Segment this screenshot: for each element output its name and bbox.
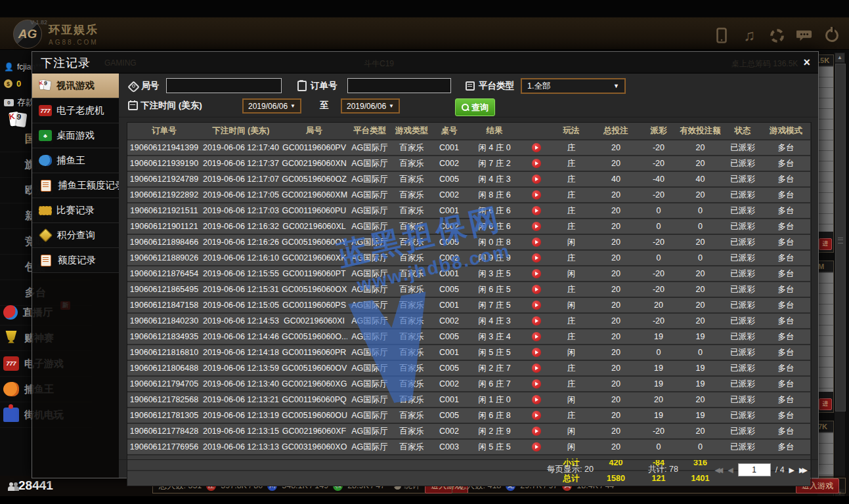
table-header-row: 订单号 下注时间 (美东) 局号 平台类型 游戏类型 桌号 结果 玩法 总投注 … bbox=[127, 123, 810, 140]
tag-icon bbox=[127, 81, 139, 93]
col-platform: 平台类型 bbox=[347, 123, 392, 140]
play-video-icon[interactable] bbox=[532, 190, 541, 200]
platform-select[interactable]: 1.全部 ▼ bbox=[521, 78, 626, 94]
play-video-icon[interactable] bbox=[532, 411, 541, 420]
date-from-dropdown[interactable]: 2019/06/06 ▼ bbox=[242, 98, 301, 114]
scrollbar-thumb[interactable] bbox=[835, 64, 846, 411]
user-icon: 👤 bbox=[4, 62, 14, 72]
modal-title: 下注记录 bbox=[41, 55, 91, 71]
table-row[interactable]: 1906061217825682019-06-06 12:13:21GC0011… bbox=[127, 392, 810, 408]
table-row[interactable]: 1906061219247892019-06-06 12:17:07GC0051… bbox=[127, 171, 810, 187]
table-row[interactable]: 1906061219011212019-06-06 12:16:32GC0021… bbox=[127, 219, 810, 234]
faint-chips-text: 桌上总筹码 136.5K bbox=[731, 58, 798, 70]
lobby-table-card[interactable]: .5K进 bbox=[817, 54, 834, 253]
scroll-up-icon[interactable]: ▲ bbox=[835, 53, 844, 62]
first-page-button[interactable]: ◀◀ bbox=[714, 466, 723, 474]
fish-icon bbox=[3, 382, 19, 396]
last-page-button[interactable]: ▶▶ bbox=[799, 466, 808, 474]
play-video-icon[interactable] bbox=[532, 348, 541, 357]
col-table: 桌号 bbox=[431, 123, 467, 140]
gem-icon bbox=[39, 228, 53, 242]
sidebar-item-doc[interactable]: 捕鱼王额度记录 bbox=[32, 173, 119, 198]
power-icon[interactable] bbox=[824, 28, 840, 43]
table-row[interactable]: 1906061217784282019-06-06 12:13:15GC0021… bbox=[127, 423, 810, 439]
order-filter-label: 订单号 bbox=[311, 80, 337, 92]
next-page-button[interactable]: ▶ bbox=[789, 466, 795, 474]
pagination-bar: 每页显示: 20 共计: 78 ◀◀ ◀ / 4 ▶ ▶▶ bbox=[119, 459, 818, 478]
play-video-icon[interactable] bbox=[532, 175, 541, 184]
slot-icon: 777 bbox=[3, 356, 19, 371]
lobby-scrollbar[interactable]: ▲ ▼ bbox=[835, 52, 845, 499]
top-bar: AG 环亚娱乐 AG88.COM ♫ bbox=[0, 0, 849, 50]
table-row[interactable]: 1906061219391902019-06-06 12:17:37GC0021… bbox=[127, 156, 810, 171]
table-row[interactable]: 1906061218890262019-06-06 12:16:10GC0021… bbox=[127, 250, 810, 266]
table-row[interactable]: 1906061218402302019-06-06 12:14:53GC0021… bbox=[127, 313, 810, 329]
lobby-table-card[interactable]: M进 bbox=[817, 261, 834, 413]
cards-icon bbox=[39, 80, 52, 91]
table-row[interactable]: 1906061218168102019-06-06 12:14:18GC0011… bbox=[127, 345, 810, 360]
bet-table: 订单号 下注时间 (美东) 局号 平台类型 游戏类型 桌号 结果 玩法 总投注 … bbox=[127, 123, 810, 486]
play-video-icon[interactable] bbox=[532, 442, 541, 452]
page-input[interactable] bbox=[738, 463, 771, 476]
play-video-icon[interactable] bbox=[532, 364, 541, 373]
play-video-icon[interactable] bbox=[532, 159, 541, 168]
play-video-icon[interactable] bbox=[532, 269, 541, 278]
col-payout: 派彩 bbox=[640, 123, 677, 140]
settings-gear-icon[interactable] bbox=[769, 28, 785, 43]
close-icon[interactable]: × bbox=[803, 56, 810, 69]
sidebar-item-doc[interactable]: 额度记录 bbox=[32, 248, 119, 273]
play-video-icon[interactable] bbox=[532, 143, 541, 152]
play-video-icon[interactable] bbox=[532, 332, 541, 341]
play-video-icon[interactable] bbox=[532, 316, 541, 326]
enter-game-button[interactable]: 进 bbox=[819, 398, 832, 410]
play-video-icon[interactable] bbox=[532, 285, 541, 294]
table-row[interactable]: 1906061217813052019-06-06 12:13:19GC0051… bbox=[127, 408, 810, 423]
query-button-label: 查询 bbox=[471, 102, 489, 114]
table-row[interactable]: 1906061219228922019-06-06 12:17:05GC0021… bbox=[127, 187, 810, 203]
sidebar-item-gcards[interactable]: ♣桌面游戏 bbox=[32, 123, 119, 148]
table-row[interactable]: 1906061218349352019-06-06 12:14:46GC0051… bbox=[127, 329, 810, 345]
table-row[interactable]: 1906061217947052019-06-06 12:13:40GC0021… bbox=[127, 376, 810, 392]
sidebar-item-cards[interactable]: 视讯游戏 bbox=[32, 74, 119, 98]
platform-filter-label: 平台类型 bbox=[479, 80, 514, 92]
table-row[interactable]: 1906061218471582019-06-06 12:15:05GC0011… bbox=[127, 297, 810, 313]
table-row[interactable]: 1906061217769562019-06-06 12:13:13GC0031… bbox=[127, 439, 810, 455]
sidebar-item-slot[interactable]: 777电子老虎机 bbox=[32, 98, 119, 123]
sidebar-item-ticket[interactable]: 比赛记录 bbox=[32, 198, 119, 223]
enter-game-button[interactable]: 进 bbox=[819, 238, 832, 250]
mobile-icon[interactable] bbox=[714, 28, 729, 43]
live-icon bbox=[3, 305, 18, 320]
table-row[interactable]: 1906061219413992019-06-06 12:17:40GC0011… bbox=[127, 140, 810, 156]
table-row[interactable]: 1906061218064882019-06-06 12:13:59GC0051… bbox=[127, 360, 810, 376]
order-input[interactable] bbox=[347, 78, 451, 93]
query-button[interactable]: 查询 bbox=[455, 98, 495, 116]
play-video-icon[interactable] bbox=[532, 379, 541, 388]
play-video-icon[interactable] bbox=[532, 395, 541, 404]
calendar-icon bbox=[128, 101, 138, 110]
date-to-dropdown[interactable]: 2019/06/06 ▼ bbox=[341, 98, 400, 114]
music-icon[interactable]: ♫ bbox=[741, 28, 757, 43]
doc-icon bbox=[41, 255, 51, 266]
balance: $ 0 bbox=[4, 79, 21, 89]
col-side: 玩法 bbox=[551, 123, 592, 140]
table-row[interactable]: 1906061218764542019-06-06 12:15:55GC0011… bbox=[127, 266, 810, 282]
play-video-icon[interactable] bbox=[532, 222, 541, 231]
brand-logo: AG 环亚娱乐 AG88.COM bbox=[13, 20, 98, 49]
table-row[interactable]: 1906061219215112019-06-06 12:17:03GC0011… bbox=[127, 203, 810, 219]
round-input[interactable] bbox=[166, 78, 282, 93]
coin-icon: $ bbox=[4, 79, 12, 88]
sidebar-item-fish[interactable]: 捕鱼王 bbox=[32, 148, 119, 173]
table-row[interactable]: 1906061218654952019-06-06 12:15:31GC0051… bbox=[127, 282, 810, 297]
sidebar-item-gem[interactable]: 积分查询 bbox=[32, 223, 119, 248]
play-video-icon[interactable] bbox=[532, 238, 541, 247]
play-video-icon[interactable] bbox=[532, 253, 541, 262]
chat-icon[interactable] bbox=[796, 28, 812, 43]
play-video-icon[interactable] bbox=[532, 206, 541, 215]
play-video-icon[interactable] bbox=[532, 301, 541, 310]
table-row[interactable]: 1906061218984662019-06-06 12:16:26GC0051… bbox=[127, 234, 810, 250]
deposit-button[interactable]: 0 存款 bbox=[4, 96, 34, 108]
col-mode: 游戏模式 bbox=[762, 123, 810, 140]
col-round: 局号 bbox=[281, 123, 347, 140]
play-video-icon[interactable] bbox=[532, 427, 541, 436]
prev-page-button[interactable]: ◀ bbox=[728, 466, 733, 474]
